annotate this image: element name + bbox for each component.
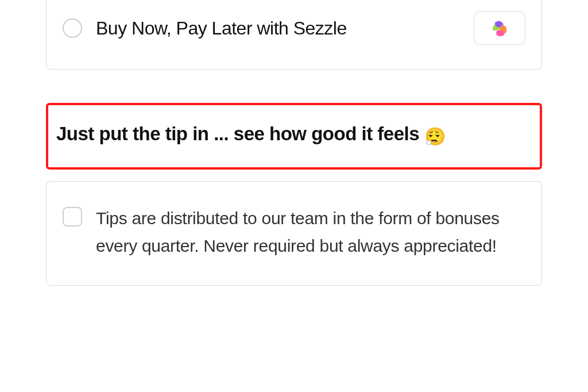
sezzle-icon <box>489 18 510 39</box>
tip-prompt-message: Just put the tip in ... see how good it … <box>56 123 419 144</box>
payment-option-card[interactable]: Buy Now, Pay Later with Sezzle <box>46 0 542 70</box>
sezzle-brand-badge <box>474 11 525 45</box>
tip-prompt-highlight: Just put the tip in ... see how good it … <box>46 103 542 170</box>
radio-unselected-icon[interactable] <box>63 18 82 38</box>
payment-option-label: Buy Now, Pay Later with Sezzle <box>96 18 460 39</box>
tip-prompt-text: Just put the tip in ... see how good it … <box>56 121 532 149</box>
tips-card[interactable]: Tips are distributed to our team in the … <box>46 181 542 286</box>
weary-exhale-emoji-icon: 😮‍💨 <box>424 125 446 149</box>
tips-description: Tips are distributed to our team in the … <box>96 205 521 260</box>
tip-checkbox[interactable] <box>63 207 82 226</box>
